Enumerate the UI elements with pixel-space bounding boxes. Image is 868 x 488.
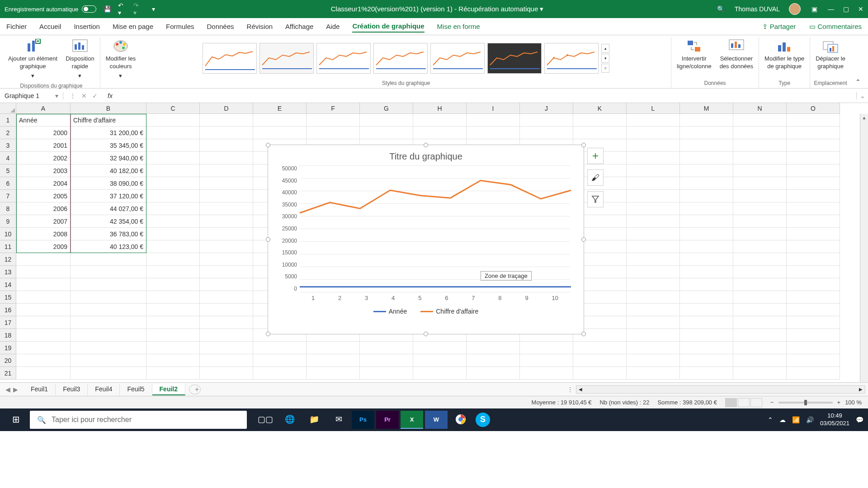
- switch-row-col-button[interactable]: Intervertir ligne/colonne: [674, 37, 714, 72]
- chart-style-7[interactable]: [544, 43, 599, 74]
- row-header[interactable]: 2: [0, 127, 16, 139]
- spreadsheet-grid[interactable]: 123456789101112131415161718192021 ABCDEF…: [0, 103, 868, 382]
- sheet-tab[interactable]: Feuil3: [56, 384, 88, 395]
- row-header[interactable]: 19: [0, 342, 16, 354]
- resize-handle[interactable]: [581, 332, 586, 336]
- tab-insert[interactable]: Insertion: [74, 21, 100, 32]
- page-break-view-button[interactable]: [750, 398, 762, 407]
- row-header[interactable]: 11: [0, 240, 16, 253]
- premiere-icon[interactable]: Pr: [376, 411, 399, 429]
- row-header[interactable]: 6: [0, 177, 16, 190]
- row-header[interactable]: 5: [0, 164, 16, 177]
- tab-options-icon[interactable]: ⋮: [567, 386, 573, 393]
- explorer-icon[interactable]: 📁: [303, 411, 326, 429]
- chart-style-4[interactable]: [373, 43, 428, 74]
- chrome-icon[interactable]: [449, 411, 472, 429]
- close-icon[interactable]: ✕: [858, 5, 863, 13]
- notifications-icon[interactable]: 💬: [856, 416, 863, 423]
- search-icon[interactable]: 🔍: [717, 5, 726, 14]
- wifi-icon[interactable]: 📶: [792, 416, 800, 423]
- resize-handle[interactable]: [266, 143, 270, 147]
- chart-title[interactable]: Titre du graphique: [268, 145, 584, 165]
- settings-icon[interactable]: ⋮: [70, 92, 76, 99]
- column-header[interactable]: L: [627, 103, 680, 114]
- tab-format[interactable]: Mise en forme: [437, 21, 480, 32]
- normal-view-button[interactable]: [725, 398, 737, 407]
- column-header[interactable]: D: [200, 103, 253, 114]
- word-icon[interactable]: W: [425, 411, 448, 429]
- page-layout-view-button[interactable]: [738, 398, 750, 407]
- tab-home[interactable]: Accueil: [39, 21, 61, 32]
- tab-help[interactable]: Aide: [326, 21, 340, 32]
- undo-icon[interactable]: ↶ ▾: [118, 5, 127, 14]
- accept-formula-icon[interactable]: ✓: [92, 92, 98, 99]
- excel-icon[interactable]: X: [401, 411, 423, 429]
- row-header[interactable]: 18: [0, 329, 16, 342]
- row-header[interactable]: 4: [0, 152, 16, 164]
- volume-icon[interactable]: 🔊: [806, 416, 814, 423]
- taskbar-clock[interactable]: 10:49 03/05/2021: [820, 412, 849, 427]
- column-header[interactable]: H: [413, 103, 467, 114]
- horizontal-scrollbar[interactable]: ◀ ▶: [576, 385, 865, 394]
- column-header[interactable]: J: [520, 103, 573, 114]
- photoshop-icon[interactable]: Ps: [352, 411, 374, 429]
- toggle-switch-icon[interactable]: [82, 5, 96, 13]
- tab-file[interactable]: Fichier: [6, 21, 27, 32]
- task-view-icon[interactable]: ▢▢: [254, 411, 277, 429]
- skype-icon[interactable]: S: [476, 413, 490, 427]
- fx-icon[interactable]: fx: [104, 92, 116, 99]
- move-chart-button[interactable]: Déplacer le graphique: [813, 37, 848, 72]
- column-header[interactable]: I: [467, 103, 520, 114]
- column-header[interactable]: G: [360, 103, 413, 114]
- chart-plot-area[interactable]: 5000045000400003500030000250002000015000…: [300, 165, 570, 292]
- row-header[interactable]: 1: [0, 114, 16, 127]
- chart-styles-button[interactable]: 🖌: [587, 169, 604, 186]
- column-header[interactable]: M: [680, 103, 733, 114]
- row-header[interactable]: 12: [0, 253, 16, 266]
- row-header[interactable]: 14: [0, 278, 16, 291]
- avatar[interactable]: [789, 3, 801, 15]
- tab-view[interactable]: Affichage: [285, 21, 313, 32]
- column-header[interactable]: E: [253, 103, 307, 114]
- chart-filters-button[interactable]: [587, 191, 604, 207]
- zoom-slider[interactable]: [778, 402, 833, 404]
- row-header[interactable]: 16: [0, 304, 16, 316]
- change-chart-type-button[interactable]: Modifier le type de graphique: [762, 37, 807, 72]
- chart-style-1[interactable]: [203, 43, 257, 74]
- tab-data[interactable]: Données: [207, 21, 234, 32]
- add-chart-element-button[interactable]: Ajouter un élément graphique ▾: [5, 37, 60, 82]
- row-header[interactable]: 9: [0, 215, 16, 228]
- tab-formulas[interactable]: Formules: [166, 21, 194, 32]
- cancel-formula-icon[interactable]: ✕: [81, 92, 87, 99]
- share-button[interactable]: ⇪ Partager: [762, 21, 796, 33]
- chart-legend[interactable]: Année Chiffre d'affaire: [268, 308, 584, 315]
- row-header[interactable]: 8: [0, 202, 16, 215]
- mail-icon[interactable]: ✉: [327, 411, 350, 429]
- zoom-level[interactable]: 100 %: [845, 399, 862, 406]
- save-icon[interactable]: 💾: [103, 5, 112, 14]
- collapse-ribbon-icon[interactable]: ⌃: [851, 78, 865, 85]
- edge-icon[interactable]: 🌐: [278, 411, 301, 429]
- tab-review[interactable]: Révision: [247, 21, 273, 32]
- sheet-tab[interactable]: Feuil1: [24, 384, 56, 395]
- column-header[interactable]: B: [71, 103, 146, 114]
- row-header[interactable]: 21: [0, 367, 16, 380]
- change-colors-button[interactable]: Modifier les couleurs ▾: [103, 37, 138, 82]
- embedded-chart[interactable]: + 🖌 Titre du graphique 50000450004000035…: [268, 145, 584, 334]
- chart-elements-button[interactable]: +: [587, 148, 604, 164]
- sheet-tab[interactable]: Feuil5: [120, 384, 152, 395]
- column-header[interactable]: A: [16, 103, 71, 114]
- sheet-tab[interactable]: Feuil4: [88, 384, 120, 395]
- prev-sheet-icon[interactable]: ◀: [5, 386, 10, 393]
- chart-style-5[interactable]: [430, 43, 485, 74]
- chart-style-2[interactable]: [259, 43, 314, 74]
- expand-formula-bar-icon[interactable]: ⌄: [856, 92, 868, 99]
- maximize-icon[interactable]: ▢: [843, 5, 849, 13]
- row-header[interactable]: 7: [0, 190, 16, 202]
- ribbon-options-icon[interactable]: ▣: [810, 5, 819, 14]
- zoom-in-button[interactable]: +: [837, 399, 841, 406]
- column-header[interactable]: F: [307, 103, 360, 114]
- row-header[interactable]: 10: [0, 228, 16, 240]
- minimize-icon[interactable]: —: [828, 5, 834, 13]
- next-sheet-icon[interactable]: ▶: [13, 386, 18, 393]
